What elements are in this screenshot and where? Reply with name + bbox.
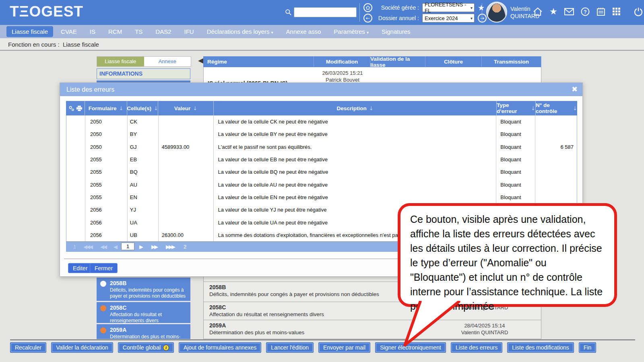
sidebar-item-2058b[interactable]: 2058BDéficits, indemnités pour congés à … [97, 278, 190, 301]
toolbar-button-lancer-l-edition[interactable]: Lancer l'édition [266, 342, 314, 353]
favorites-icon[interactable]: ★ [549, 7, 557, 16]
mail-icon[interactable] [564, 8, 574, 15]
regime-col-validation-de-la-liasse[interactable]: Validation de la liasse [370, 56, 425, 67]
cell-c6 [535, 153, 577, 166]
first-page-icon[interactable]: ◀◀◀ [83, 242, 92, 252]
regime-col-regime[interactable]: Régime [203, 56, 314, 67]
cell-c3 [159, 128, 214, 140]
tab-liasse-fiscale[interactable]: Liasse fiscale [97, 57, 144, 66]
nav-item-liasse-fiscale[interactable]: Liasse fiscale [6, 26, 53, 37]
cell-c0 [66, 178, 85, 191]
company-home-button[interactable] [363, 3, 372, 12]
home-icon[interactable] [533, 7, 543, 16]
column-header-cellule-s[interactable]: Cellule(s)↓ [127, 101, 158, 115]
toolbar-button-liste-des-modifications[interactable]: Liste des modifications [507, 342, 574, 353]
user-avatar[interactable] [486, 2, 507, 23]
nav-item-signatures[interactable]: Signatures [376, 26, 416, 37]
toolbar-button-fin[interactable]: Fin [579, 342, 596, 353]
regime-col-transmission[interactable]: Transmission [482, 56, 541, 67]
cell-c4: La valeur de la cellule EN ne peut être … [214, 191, 496, 204]
error-table-row[interactable]: 2050GJ4589933.00L'actif et le passif ne … [66, 141, 577, 153]
help-icon[interactable]: ? [581, 7, 590, 16]
favorite-star-icon[interactable]: ★ [478, 3, 485, 12]
cell-c6 [535, 178, 577, 191]
nav-item-ifu[interactable]: IFU [179, 26, 199, 37]
sidebar-section-informations[interactable]: INFORMATIONS [97, 68, 190, 79]
column-header-formulaire[interactable]: Formulaire↓ [85, 101, 127, 115]
callout-tail [399, 301, 468, 347]
column-header-n-de-controle[interactable]: N° de contrôle↓ [536, 101, 577, 115]
settings-gear-icon[interactable] [68, 105, 74, 111]
nav-item-rcm[interactable]: RCM [103, 26, 127, 37]
cell-c1: 2055 [85, 153, 128, 166]
nav-item-das2[interactable]: DAS2 [150, 26, 176, 37]
last-page-icon[interactable]: ▶▶▶ [166, 242, 174, 252]
header-divider [482, 3, 482, 22]
power-logout-icon[interactable] [634, 7, 643, 16]
previous-year-button[interactable]: ← [363, 14, 372, 23]
error-table-row[interactable]: 2055AULa valeur de la cellule AU ne peut… [66, 178, 577, 191]
fast-prev-page-icon[interactable]: ◀◀ [100, 242, 106, 252]
tab-annexe[interactable]: Annexe [144, 57, 191, 66]
nav-item-cvae[interactable]: CVAE [56, 26, 82, 37]
cell-c2: EB [128, 153, 159, 166]
page-input[interactable] [121, 243, 134, 250]
error-table-row[interactable]: 2050CKLa valeur de la cellule CK ne peut… [66, 115, 577, 128]
nav-item-is[interactable]: IS [85, 26, 101, 37]
cell-c4: La valeur de la cellule EB ne peut être … [214, 153, 496, 166]
cell-c5: Bloquant [496, 191, 535, 204]
panel-tabs: Liasse fiscale Annexe [97, 56, 191, 67]
sidebar-item-2059a[interactable]: 2059ADétermination des plus et moins-val… [97, 324, 190, 339]
form-row-2059a[interactable]: 2059ADétermination des plus et moins-val… [203, 320, 541, 339]
regime-col-modification[interactable]: Modification [314, 56, 370, 67]
toolbar-button-ajout-de-formulaires-annexes[interactable]: Ajout de formulaires annexes [179, 342, 261, 353]
cell-c2: UA [128, 216, 159, 228]
toolbar-button-controle-global[interactable]: Contrôle globali [118, 342, 174, 353]
toolbar-divider [10, 339, 635, 340]
cell-c5: Bloquant [496, 115, 535, 128]
apps-grid-icon[interactable] [612, 7, 621, 16]
cell-c1: 2055 [85, 178, 128, 191]
societe-select[interactable]: FLOREETSENS - FL ▾ [422, 3, 475, 12]
svg-text:?: ? [584, 9, 586, 15]
next-page-icon[interactable]: ▶ [139, 242, 143, 252]
error-table-row[interactable]: 2055EBLa valeur de la cellule EB ne peut… [66, 153, 577, 166]
sidebar-item-2058c[interactable]: 2058CAffectation du résultat et renseign… [97, 302, 190, 323]
cell-c3 [159, 115, 214, 128]
nav-item-declarations-des-loyers[interactable]: Déclarations des loyers▾ [202, 26, 279, 37]
nav-item-ts[interactable]: TS [130, 26, 148, 37]
cell-c3 [159, 153, 214, 166]
toolbar-button-envoyer-par-mail[interactable]: Envoyer par mail [318, 342, 370, 353]
toolbar-button-recalculer[interactable]: Recalculer [10, 342, 46, 353]
prev-page-icon[interactable]: ◀ [114, 242, 118, 252]
close-icon[interactable]: ✖ [572, 85, 578, 93]
error-table-row[interactable]: 2055BQLa valeur de la cellule BQ ne peut… [66, 166, 577, 178]
app-logo: TΞOGEST [10, 3, 83, 20]
info-icon: i [163, 345, 169, 351]
search-input[interactable] [294, 7, 357, 17]
nav-item-parametres[interactable]: Paramètres▾ [328, 26, 374, 37]
cell-c0 [66, 128, 85, 140]
print-icon[interactable] [76, 105, 83, 111]
edit-button[interactable]: Editer [68, 263, 93, 273]
dossier-select[interactable]: Exercice 2024 ▾ [422, 14, 475, 23]
column-header-valeur[interactable]: Valeur↓ [158, 101, 214, 115]
toolbar-button-valider-la-declaration[interactable]: Valider la déclaration [51, 342, 113, 353]
next-year-button[interactable]: → [478, 14, 487, 23]
function-label: Fonction en cours : [8, 41, 60, 48]
societe-select-value: FLOREETSENS - FL [425, 2, 471, 14]
cell-c2: UB [128, 229, 159, 241]
collapse-panel-icon[interactable]: ◀ [198, 56, 203, 64]
column-header-description[interactable]: Description↓ [214, 101, 497, 115]
calendar-icon[interactable] [597, 7, 605, 16]
error-table-row[interactable]: 2050BYLa valeur de la cellule BY ne peut… [66, 128, 577, 140]
nav-item-annexe-asso[interactable]: Annexe asso [281, 26, 326, 37]
error-table-row[interactable]: 2055ENLa valeur de la cellule EN ne peut… [66, 191, 577, 204]
fast-next-page-icon[interactable]: ▶▶ [151, 242, 157, 252]
app-header: TΞOGEST Société gérée : FLOREETSENS - FL… [0, 0, 644, 25]
column-header-type-d-erreur[interactable]: Type d'erreur↓ [497, 101, 536, 115]
cell-c6: 6 587 [535, 141, 577, 153]
close-button[interactable]: Fermer [90, 263, 118, 273]
cell-c3: 4589933.00 [159, 141, 214, 153]
regime-col-cloture[interactable]: Clôture [425, 56, 482, 67]
